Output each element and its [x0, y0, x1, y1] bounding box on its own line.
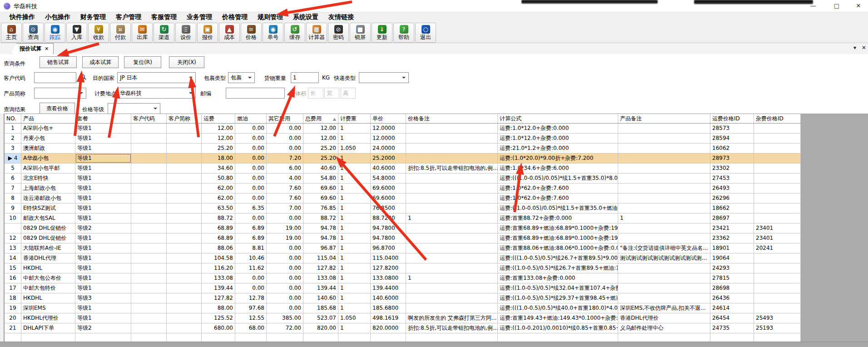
- table-row[interactable]: 7上海邮政小包等级162.000.007.6069.60169.6000运费:1…: [5, 183, 801, 193]
- toolbar-button-渠道[interactable]: ↻渠道: [154, 23, 174, 43]
- table-cell: 运费:1.0*34.6+杂费:6.000: [498, 164, 618, 173]
- volume-width-input[interactable]: 宽: [324, 88, 339, 99]
- sales-trial-button[interactable]: 销售试算: [40, 56, 77, 68]
- column-header-产品备注[interactable]: 产品备注: [618, 114, 710, 123]
- table-row[interactable]: 16中邮大包公布价等级1133.080.000.00133.081133.080…: [5, 273, 801, 283]
- toolbar-button-设价[interactable]: Ξ设价: [175, 23, 196, 43]
- toolbar-button-报价[interactable]: ▣报价: [197, 23, 218, 43]
- toolbar-button-入库[interactable]: ▼入库: [66, 23, 87, 43]
- customer-code-input[interactable]: [34, 72, 76, 83]
- toolbar-button-帮助[interactable]: ?帮助: [393, 23, 414, 43]
- destination-label: 目的国家: [93, 74, 114, 82]
- column-header-总费用[interactable]: 总费用▲: [303, 114, 338, 123]
- reset-button[interactable]: 复位(R): [124, 56, 161, 68]
- table-row[interactable]: 19深圳EMS等级188.0097.680.00185.681185.6800运…: [5, 303, 801, 313]
- table-row[interactable]: 8连云港邮政小包等级162.000.007.6069.60169.6000运费:…: [5, 193, 801, 203]
- volume-length-input[interactable]: 长: [308, 88, 323, 99]
- close-button[interactable]: ✕: [851, 1, 866, 11]
- package-type-select[interactable]: 包裹: [228, 72, 255, 83]
- toolbar-button-计算器[interactable]: ▦计算器: [306, 23, 327, 43]
- toolbar-button-更新[interactable]: ⇓更新: [372, 23, 392, 43]
- customer-lookup-icon[interactable]: [79, 73, 86, 80]
- menu-item-友情链接[interactable]: 友情链接: [323, 13, 359, 21]
- toolbar-button-缓存[interactable]: ↺缓存: [284, 23, 305, 43]
- table-row[interactable]: 2丹麦小包等级112.000.000.0012.00112.0000运费:1.0…: [5, 134, 801, 144]
- table-row[interactable]: 13大陆联邦A价-IE等级188.068.810.0096.87196.8700…: [5, 243, 801, 253]
- table-row[interactable]: ▶ 4A华磊小包等级118.000.007.2025.20125.2000运费:…: [5, 154, 801, 164]
- column-header-价格备注[interactable]: 价格备注: [406, 114, 498, 123]
- billing-site-select[interactable]: 华磊科技: [117, 88, 196, 99]
- table-row[interactable]: 0829 DHL促销价等级268.896.8919.0094.78194.780…: [5, 223, 801, 233]
- table-row[interactable]: 9E特快SZ测试等级163.506.357.0076.85176.8500运费:…: [5, 203, 801, 213]
- column-header-客户代码[interactable]: 客户代码: [131, 114, 167, 123]
- column-header-计算公式[interactable]: 计算公式: [498, 114, 618, 123]
- table-row[interactable]: 15HKDHL等级1116.2011.620.00127.821127.8200…: [5, 263, 801, 273]
- bottom-scroll-strip[interactable]: [0, 342, 868, 347]
- tab-quote-calculation[interactable]: 报价试算 ✕: [11, 43, 54, 54]
- toolbar-button-锁屏[interactable]: ■锁屏: [350, 23, 371, 43]
- toolbar-button-收款[interactable]: ¥收款: [88, 23, 109, 43]
- postcode-input[interactable]: [226, 88, 285, 99]
- tab-close-all-icon[interactable]: ✕: [862, 45, 866, 51]
- column-header-单价[interactable]: 单价: [371, 114, 406, 123]
- menu-item-客服管理[interactable]: 客服管理: [146, 13, 182, 21]
- volume-height-input[interactable]: 高: [341, 88, 356, 99]
- column-header-运费[interactable]: 运费: [202, 114, 235, 123]
- table-row[interactable]: 18HKDHL等级3127.8212.780.00140.601140.6000…: [5, 293, 801, 303]
- table-row[interactable]: 17中邮大包特价等级1139.440.000.00139.441139.4400…: [5, 283, 801, 293]
- column-header-其它费用[interactable]: 其它费用: [267, 114, 303, 123]
- table-cell: 54.8000: [371, 174, 406, 183]
- toolbar-button-退出[interactable]: ○退出: [415, 23, 436, 43]
- menu-item-业务管理[interactable]: 业务管理: [182, 13, 217, 21]
- menu-item-快件操作[interactable]: 快件操作: [5, 13, 40, 21]
- product-name-select[interactable]: [34, 88, 86, 99]
- menu-item-财务管理[interactable]: 财务管理: [75, 13, 111, 21]
- table-row[interactable]: 120829 DHL促销价等级168.896.8919.0094.78194.7…: [5, 233, 801, 243]
- menu-item-系统设置[interactable]: 系统设置: [288, 13, 323, 21]
- toolbar-button-单号[interactable]: ◉单号: [263, 23, 283, 43]
- tab-close-icon[interactable]: ✕: [45, 46, 49, 52]
- toolbar-button-查询[interactable]: ⊙查询: [23, 23, 44, 43]
- tab-list-dropdown-icon[interactable]: ▾: [853, 45, 856, 51]
- toolbar-button-主页[interactable]: ⌂主页: [1, 23, 22, 43]
- column-header-套餐[interactable]: 套餐: [75, 114, 131, 123]
- close-tab-button[interactable]: 关闭(X): [169, 56, 204, 68]
- column-header-计费重[interactable]: 计费重: [338, 114, 371, 123]
- restore-button[interactable]: □: [829, 1, 844, 11]
- table-cell: 12.00: [202, 124, 235, 133]
- view-price-button[interactable]: 查看价格: [40, 103, 75, 114]
- table-cell: [167, 283, 202, 293]
- toolbar-button-label: 缓存: [289, 35, 300, 40]
- column-header-产品[interactable]: 产品: [21, 114, 75, 123]
- column-header-NO.[interactable]: NO.: [5, 114, 21, 123]
- courier-type-select[interactable]: [359, 72, 409, 83]
- column-header-客户简称[interactable]: 客户简称: [167, 114, 202, 123]
- table-row[interactable]: 3澳洲邮政等级125.200.000.0025.201.05024.0000运费…: [5, 144, 801, 154]
- menu-item-客户管理[interactable]: 客户管理: [111, 13, 146, 21]
- table-row[interactable]: 5A深圳小包平邮等级134.600.006.0040.60140.6000折扣:…: [5, 164, 801, 174]
- toolbar-button-跟踪[interactable]: ◉跟踪: [45, 23, 65, 43]
- menu-item-小包操作[interactable]: 小包操作: [40, 13, 75, 21]
- weight-input[interactable]: 1: [291, 72, 319, 83]
- cost-trial-button[interactable]: 成本试算: [82, 56, 119, 68]
- toolbar-button-付款[interactable]: ¤付款: [110, 23, 131, 43]
- toolbar-button-出库[interactable]: ✉出库: [132, 23, 153, 43]
- table-cell: [131, 253, 167, 263]
- toolbar-button-价格[interactable]: ≡价格: [241, 23, 262, 43]
- column-header-燃油[interactable]: 燃油: [235, 114, 267, 123]
- table-row[interactable]: 10邮政大包SAL等级188.720.000.0088.72188.72001运…: [5, 213, 801, 223]
- column-header-运费价格ID[interactable]: 运费价格ID: [710, 114, 754, 123]
- channel-icon: ↻: [160, 25, 169, 34]
- table-row[interactable]: 6北京E特快等级150.800.004.0054.80154.8000运费:((…: [5, 174, 801, 183]
- toolbar-button-成本[interactable]: ▲成本: [219, 23, 240, 43]
- toolbar-button-密码[interactable]: ⊘密码: [328, 23, 349, 43]
- table-row[interactable]: 1A深圳小包+等级112.000.000.0012.00112.0000运费:1…: [5, 124, 801, 134]
- table-row[interactable]: 20HKDHL代理价等级1125.5212.55385.00523.071.05…: [5, 313, 801, 323]
- column-header-杂费价格ID[interactable]: 杂费价格ID: [754, 114, 801, 123]
- table-row[interactable]: 14香港DHL代理等级1104.5810.460.00115.041115.04…: [5, 253, 801, 263]
- table-row[interactable]: 21DHLAPI下单等级2680.0068.0072.00820.001820.…: [5, 323, 801, 333]
- destination-select[interactable]: JP 日本: [117, 72, 196, 83]
- menu-item-规则管理[interactable]: 规则管理: [253, 13, 288, 21]
- menu-item-价格管理[interactable]: 价格管理: [217, 13, 253, 21]
- price-level-select[interactable]: [108, 103, 160, 114]
